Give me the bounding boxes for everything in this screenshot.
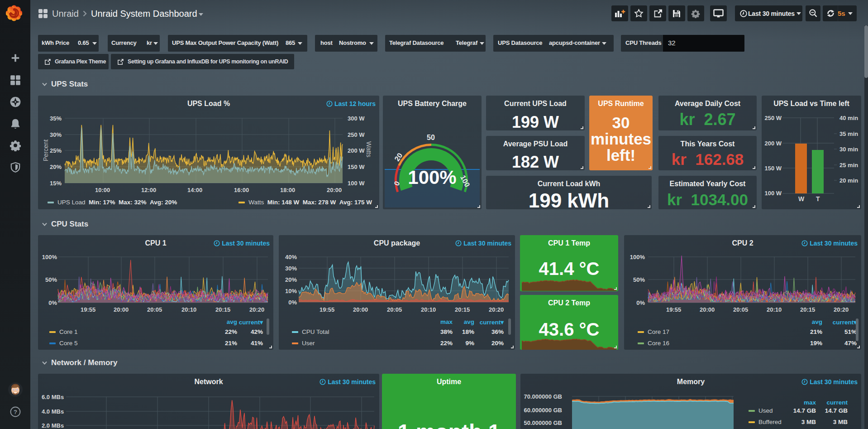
svg-text:?: ? [14, 409, 17, 415]
